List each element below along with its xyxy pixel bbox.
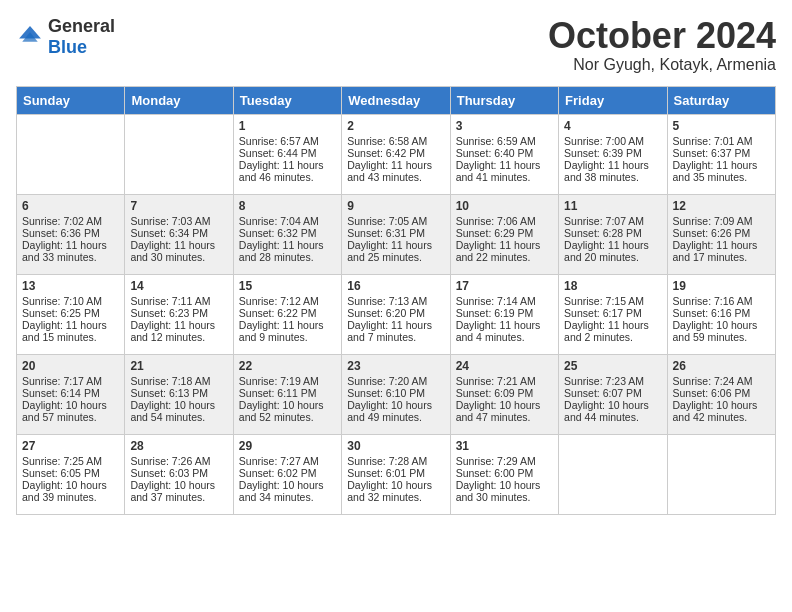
daylight-text: Daylight: 11 hours and 2 minutes. bbox=[564, 319, 649, 343]
day-number: 22 bbox=[239, 359, 336, 373]
calendar-cell: 21Sunrise: 7:18 AMSunset: 6:13 PMDayligh… bbox=[125, 354, 233, 434]
day-number: 30 bbox=[347, 439, 444, 453]
calendar-cell: 18Sunrise: 7:15 AMSunset: 6:17 PMDayligh… bbox=[559, 274, 667, 354]
sunrise-text: Sunrise: 7:00 AM bbox=[564, 135, 644, 147]
daylight-text: Daylight: 11 hours and 38 minutes. bbox=[564, 159, 649, 183]
sunset-text: Sunset: 6:17 PM bbox=[564, 307, 642, 319]
sunrise-text: Sunrise: 7:28 AM bbox=[347, 455, 427, 467]
calendar-header-row: SundayMondayTuesdayWednesdayThursdayFrid… bbox=[17, 86, 776, 114]
sunset-text: Sunset: 6:13 PM bbox=[130, 387, 208, 399]
sunset-text: Sunset: 6:16 PM bbox=[673, 307, 751, 319]
sunset-text: Sunset: 6:39 PM bbox=[564, 147, 642, 159]
daylight-text: Daylight: 10 hours and 39 minutes. bbox=[22, 479, 107, 503]
sunrise-text: Sunrise: 7:29 AM bbox=[456, 455, 536, 467]
sunrise-text: Sunrise: 7:18 AM bbox=[130, 375, 210, 387]
sunset-text: Sunset: 6:29 PM bbox=[456, 227, 534, 239]
sunrise-text: Sunrise: 7:14 AM bbox=[456, 295, 536, 307]
daylight-text: Daylight: 10 hours and 44 minutes. bbox=[564, 399, 649, 423]
sunrise-text: Sunrise: 7:19 AM bbox=[239, 375, 319, 387]
calendar-cell: 29Sunrise: 7:27 AMSunset: 6:02 PMDayligh… bbox=[233, 434, 341, 514]
day-number: 24 bbox=[456, 359, 553, 373]
day-of-week-header: Wednesday bbox=[342, 86, 450, 114]
day-number: 7 bbox=[130, 199, 227, 213]
sunset-text: Sunset: 6:09 PM bbox=[456, 387, 534, 399]
day-number: 21 bbox=[130, 359, 227, 373]
calendar-cell: 14Sunrise: 7:11 AMSunset: 6:23 PMDayligh… bbox=[125, 274, 233, 354]
sunset-text: Sunset: 6:19 PM bbox=[456, 307, 534, 319]
logo-icon bbox=[16, 23, 44, 51]
sunset-text: Sunset: 6:31 PM bbox=[347, 227, 425, 239]
daylight-text: Daylight: 10 hours and 59 minutes. bbox=[673, 319, 758, 343]
daylight-text: Daylight: 10 hours and 32 minutes. bbox=[347, 479, 432, 503]
sunrise-text: Sunrise: 7:09 AM bbox=[673, 215, 753, 227]
calendar-table: SundayMondayTuesdayWednesdayThursdayFrid… bbox=[16, 86, 776, 515]
day-number: 4 bbox=[564, 119, 661, 133]
day-number: 13 bbox=[22, 279, 119, 293]
sunrise-text: Sunrise: 7:27 AM bbox=[239, 455, 319, 467]
page-header: General Blue October 2024 Nor Gyugh, Kot… bbox=[16, 16, 776, 74]
sunset-text: Sunset: 6:28 PM bbox=[564, 227, 642, 239]
calendar-cell: 2Sunrise: 6:58 AMSunset: 6:42 PMDaylight… bbox=[342, 114, 450, 194]
daylight-text: Daylight: 10 hours and 57 minutes. bbox=[22, 399, 107, 423]
calendar-cell bbox=[667, 434, 775, 514]
logo: General Blue bbox=[16, 16, 115, 58]
daylight-text: Daylight: 10 hours and 49 minutes. bbox=[347, 399, 432, 423]
sunset-text: Sunset: 6:05 PM bbox=[22, 467, 100, 479]
sunset-text: Sunset: 6:32 PM bbox=[239, 227, 317, 239]
calendar-cell bbox=[125, 114, 233, 194]
calendar-cell: 11Sunrise: 7:07 AMSunset: 6:28 PMDayligh… bbox=[559, 194, 667, 274]
day-number: 11 bbox=[564, 199, 661, 213]
sunrise-text: Sunrise: 7:03 AM bbox=[130, 215, 210, 227]
sunset-text: Sunset: 6:40 PM bbox=[456, 147, 534, 159]
calendar-cell: 25Sunrise: 7:23 AMSunset: 6:07 PMDayligh… bbox=[559, 354, 667, 434]
sunrise-text: Sunrise: 7:11 AM bbox=[130, 295, 210, 307]
calendar-cell: 5Sunrise: 7:01 AMSunset: 6:37 PMDaylight… bbox=[667, 114, 775, 194]
sunset-text: Sunset: 6:14 PM bbox=[22, 387, 100, 399]
sunrise-text: Sunrise: 7:16 AM bbox=[673, 295, 753, 307]
sunset-text: Sunset: 6:06 PM bbox=[673, 387, 751, 399]
sunset-text: Sunset: 6:44 PM bbox=[239, 147, 317, 159]
day-of-week-header: Tuesday bbox=[233, 86, 341, 114]
daylight-text: Daylight: 11 hours and 4 minutes. bbox=[456, 319, 541, 343]
sunrise-text: Sunrise: 7:15 AM bbox=[564, 295, 644, 307]
sunset-text: Sunset: 6:07 PM bbox=[564, 387, 642, 399]
calendar-cell: 23Sunrise: 7:20 AMSunset: 6:10 PMDayligh… bbox=[342, 354, 450, 434]
calendar-cell: 9Sunrise: 7:05 AMSunset: 6:31 PMDaylight… bbox=[342, 194, 450, 274]
sunset-text: Sunset: 6:20 PM bbox=[347, 307, 425, 319]
calendar-cell: 15Sunrise: 7:12 AMSunset: 6:22 PMDayligh… bbox=[233, 274, 341, 354]
calendar-cell bbox=[559, 434, 667, 514]
day-number: 18 bbox=[564, 279, 661, 293]
day-number: 28 bbox=[130, 439, 227, 453]
day-number: 27 bbox=[22, 439, 119, 453]
calendar-cell: 17Sunrise: 7:14 AMSunset: 6:19 PMDayligh… bbox=[450, 274, 558, 354]
sunrise-text: Sunrise: 7:06 AM bbox=[456, 215, 536, 227]
day-number: 14 bbox=[130, 279, 227, 293]
sunset-text: Sunset: 6:02 PM bbox=[239, 467, 317, 479]
calendar-cell: 3Sunrise: 6:59 AMSunset: 6:40 PMDaylight… bbox=[450, 114, 558, 194]
sunrise-text: Sunrise: 7:10 AM bbox=[22, 295, 102, 307]
sunrise-text: Sunrise: 7:02 AM bbox=[22, 215, 102, 227]
daylight-text: Daylight: 11 hours and 17 minutes. bbox=[673, 239, 758, 263]
calendar-cell: 10Sunrise: 7:06 AMSunset: 6:29 PMDayligh… bbox=[450, 194, 558, 274]
sunrise-text: Sunrise: 7:17 AM bbox=[22, 375, 102, 387]
day-number: 16 bbox=[347, 279, 444, 293]
sunrise-text: Sunrise: 6:57 AM bbox=[239, 135, 319, 147]
daylight-text: Daylight: 11 hours and 30 minutes. bbox=[130, 239, 215, 263]
day-number: 9 bbox=[347, 199, 444, 213]
day-of-week-header: Thursday bbox=[450, 86, 558, 114]
sunrise-text: Sunrise: 7:20 AM bbox=[347, 375, 427, 387]
sunrise-text: Sunrise: 6:59 AM bbox=[456, 135, 536, 147]
sunset-text: Sunset: 6:36 PM bbox=[22, 227, 100, 239]
sunrise-text: Sunrise: 6:58 AM bbox=[347, 135, 427, 147]
calendar-cell: 13Sunrise: 7:10 AMSunset: 6:25 PMDayligh… bbox=[17, 274, 125, 354]
calendar-cell: 12Sunrise: 7:09 AMSunset: 6:26 PMDayligh… bbox=[667, 194, 775, 274]
calendar-cell: 4Sunrise: 7:00 AMSunset: 6:39 PMDaylight… bbox=[559, 114, 667, 194]
daylight-text: Daylight: 11 hours and 22 minutes. bbox=[456, 239, 541, 263]
day-number: 19 bbox=[673, 279, 770, 293]
sunset-text: Sunset: 6:23 PM bbox=[130, 307, 208, 319]
daylight-text: Daylight: 10 hours and 47 minutes. bbox=[456, 399, 541, 423]
sunrise-text: Sunrise: 7:01 AM bbox=[673, 135, 753, 147]
daylight-text: Daylight: 11 hours and 33 minutes. bbox=[22, 239, 107, 263]
daylight-text: Daylight: 10 hours and 42 minutes. bbox=[673, 399, 758, 423]
daylight-text: Daylight: 10 hours and 52 minutes. bbox=[239, 399, 324, 423]
